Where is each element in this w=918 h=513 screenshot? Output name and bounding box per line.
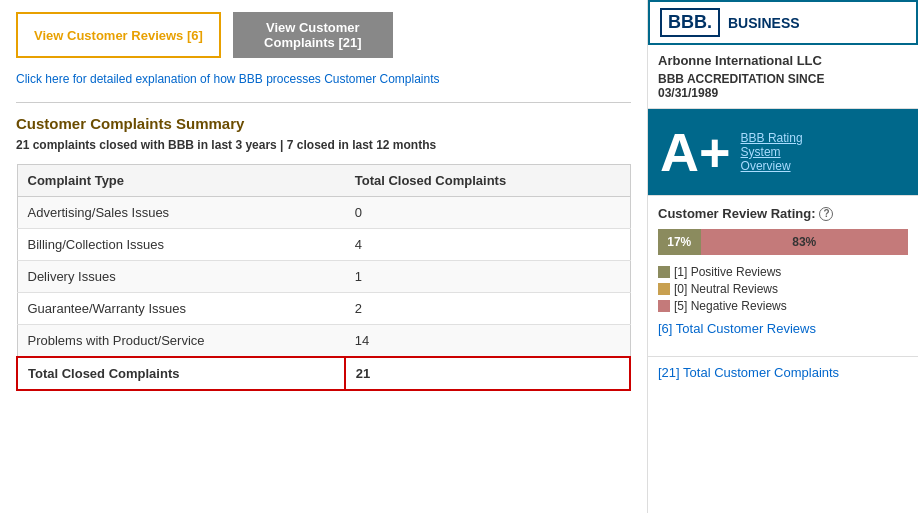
- table-cell-type: Advertising/Sales Issues: [17, 197, 345, 229]
- help-icon[interactable]: ?: [819, 207, 833, 221]
- table-cell-type: Guarantee/Warranty Issues: [17, 293, 345, 325]
- total-row: Total Closed Complaints21: [17, 357, 630, 390]
- divider: [16, 102, 631, 103]
- legend-label-neutral: [0] Neutral Reviews: [674, 282, 778, 296]
- review-legend: [1] Positive Reviews[0] Neutral Reviews[…: [658, 265, 908, 313]
- table-row: Guarantee/Warranty Issues2: [17, 293, 630, 325]
- table-cell-type: Delivery Issues: [17, 261, 345, 293]
- legend-swatch-negative: [658, 300, 670, 312]
- grade-letter: A+: [660, 125, 731, 179]
- table-cell-type: Problems with Product/Service: [17, 325, 345, 358]
- bar-positive: 17%: [658, 229, 701, 255]
- customer-review-section: Customer Review Rating: ? 17% 83% [1] Po…: [648, 195, 918, 346]
- sidebar: BBB. BUSINESS Arbonne International LLC …: [648, 0, 918, 513]
- legend-item-neutral: [0] Neutral Reviews: [658, 282, 908, 296]
- summary-title: Customer Complaints Summary: [16, 115, 631, 132]
- table-cell-count: 2: [345, 293, 630, 325]
- table-cell-count: 0: [345, 197, 630, 229]
- business-label: BUSINESS: [728, 15, 800, 31]
- accreditation-label: BBB ACCREDITATION SINCE: [658, 72, 908, 86]
- table-row: Advertising/Sales Issues0: [17, 197, 630, 229]
- total-reviews-link[interactable]: [6] Total Customer Reviews: [658, 321, 908, 336]
- review-bar: 17% 83%: [658, 229, 908, 255]
- col-complaint-type: Complaint Type: [17, 165, 345, 197]
- total-label: Total Closed Complaints: [17, 357, 345, 390]
- legend-label-negative: [5] Negative Reviews: [674, 299, 787, 313]
- total-value: 21: [345, 357, 630, 390]
- table-row: Delivery Issues1: [17, 261, 630, 293]
- col-total-closed: Total Closed Complaints: [345, 165, 630, 197]
- info-link-wrapper: Click here for detailed explanation of h…: [16, 72, 631, 86]
- summary-subtitle: 21 complaints closed with BBB in last 3 …: [16, 138, 631, 152]
- table-cell-count: 4: [345, 229, 630, 261]
- table-cell-count: 1: [345, 261, 630, 293]
- rating-system-link[interactable]: BBB Rating System Overview: [741, 131, 803, 173]
- accreditation-date: 03/31/1989: [658, 86, 908, 100]
- review-rating-title: Customer Review Rating: ?: [658, 206, 908, 221]
- legend-label-positive: [1] Positive Reviews: [674, 265, 781, 279]
- main-content: View Customer Reviews [6] View Customer …: [0, 0, 648, 513]
- bbb-logo-bar: BBB. BUSINESS: [648, 0, 918, 45]
- legend-swatch-neutral: [658, 283, 670, 295]
- view-reviews-button[interactable]: View Customer Reviews [6]: [16, 12, 221, 58]
- table-cell-type: Billing/Collection Issues: [17, 229, 345, 261]
- bar-negative: 83%: [701, 229, 909, 255]
- company-name: Arbonne International LLC: [658, 53, 908, 68]
- view-complaints-button[interactable]: View Customer Complaints [21]: [233, 12, 393, 58]
- legend-item-negative: [5] Negative Reviews: [658, 299, 908, 313]
- info-link[interactable]: Click here for detailed explanation: [16, 72, 197, 86]
- company-info: Arbonne International LLC BBB ACCREDITAT…: [648, 45, 918, 109]
- table-cell-count: 14: [345, 325, 630, 358]
- complaints-table: Complaint Type Total Closed Complaints A…: [16, 164, 631, 391]
- legend-swatch-positive: [658, 266, 670, 278]
- bbb-logo: BBB.: [660, 8, 720, 37]
- buttons-row: View Customer Reviews [6] View Customer …: [16, 12, 631, 58]
- table-row: Billing/Collection Issues4: [17, 229, 630, 261]
- legend-item-positive: [1] Positive Reviews: [658, 265, 908, 279]
- total-complaints-link[interactable]: [21] Total Customer Complaints: [648, 356, 918, 388]
- rating-box: A+ BBB Rating System Overview: [648, 109, 918, 195]
- table-row: Problems with Product/Service14: [17, 325, 630, 358]
